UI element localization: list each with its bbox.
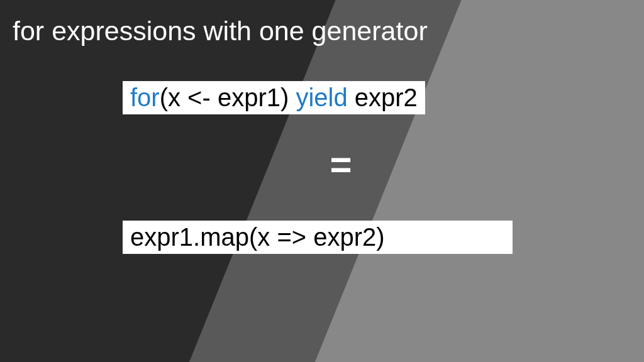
slide-content: for expressions with one generator for(x… <box>0 0 644 362</box>
code-box-map-expression: expr1.map(x => expr2) <box>123 221 513 254</box>
code-segment-1: (x <- expr1) <box>160 84 296 111</box>
keyword-yield: yield <box>296 84 347 111</box>
slide-title: for expressions with one generator <box>13 16 631 47</box>
equals-symbol: = <box>13 143 631 186</box>
code-box-for-expression: for(x <- expr1) yield expr2 <box>123 81 425 114</box>
code-row-bottom: expr1.map(x => expr2) <box>13 221 631 254</box>
code-segment-2: expr2 <box>348 84 418 111</box>
code-row-top: for(x <- expr1) yield expr2 <box>13 81 631 114</box>
keyword-for: for <box>130 84 160 111</box>
